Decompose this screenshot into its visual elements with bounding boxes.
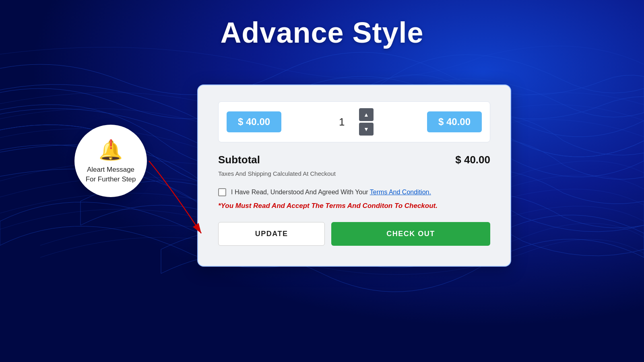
update-button[interactable]: UPDATE xyxy=(218,222,325,246)
qty-increment-button[interactable]: ▲ xyxy=(359,108,374,121)
terms-row: I Have Read, Understood And Agreed With … xyxy=(218,188,490,196)
tax-note: Taxes And Shipping Calculated At Checkou… xyxy=(218,170,490,177)
subtotal-row: Subtotal $ 40.00 xyxy=(218,154,490,166)
checkout-button[interactable]: CHECK OUT xyxy=(331,222,490,246)
qty-buttons: ▲ ▼ xyxy=(359,108,374,136)
terms-text: I Have Read, Understood And Agreed With … xyxy=(231,189,431,196)
terms-link[interactable]: Terms And Condition. xyxy=(370,189,431,195)
subtotal-label: Subtotal xyxy=(218,154,260,166)
terms-checkbox[interactable] xyxy=(218,188,226,196)
product-row: $ 40.00 1 ▲ ▼ $ 40.00 xyxy=(218,101,490,142)
quantity-control: 1 ▲ ▼ xyxy=(335,108,374,136)
quantity-display: 1 xyxy=(335,116,359,128)
bell-icon: 🔔 ❗ xyxy=(99,138,123,162)
alert-bubble: 🔔 ❗ Aleart Message For Further Step xyxy=(74,125,147,197)
unit-price-badge: $ 40.00 xyxy=(227,111,281,132)
alert-circle: 🔔 ❗ Aleart Message For Further Step xyxy=(74,125,147,197)
cart-card: $ 40.00 1 ▲ ▼ $ 40.00 Subtotal $ 40.00 T… xyxy=(197,84,511,267)
alert-validation-message: *You Must Read And Accept The Terms And … xyxy=(218,202,490,210)
subtotal-value: $ 40.00 xyxy=(455,154,490,166)
alert-bubble-text: Aleart Message For Further Step xyxy=(86,165,136,184)
page-title: Advance Style xyxy=(0,16,644,49)
total-price-badge: $ 40.00 xyxy=(427,111,482,132)
qty-decrement-button[interactable]: ▼ xyxy=(359,123,374,136)
buttons-row: UPDATE CHECK OUT xyxy=(218,222,490,246)
